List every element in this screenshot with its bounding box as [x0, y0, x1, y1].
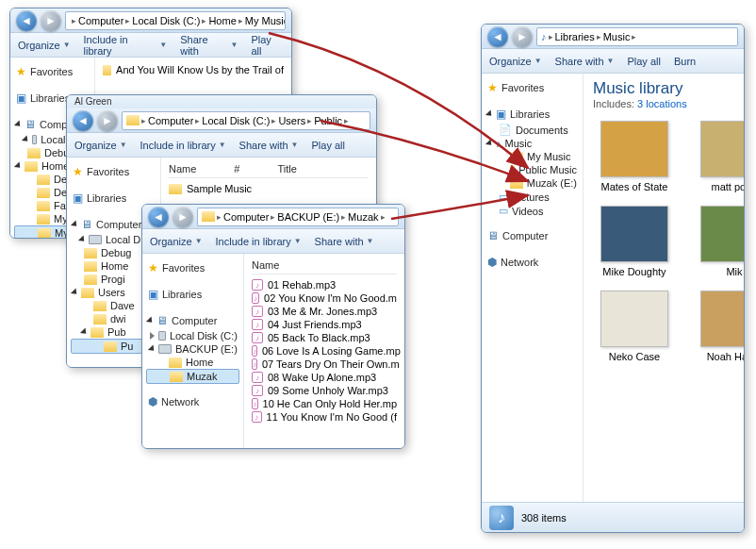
album-thumb[interactable]: Mates of State [593, 121, 676, 192]
album-art [700, 206, 744, 262]
album-thumb[interactable]: Mik [693, 206, 744, 277]
organize-menu[interactable]: Organize▼ [150, 236, 203, 247]
nav-pane[interactable]: ★Favorites ▣Libraries 🖥Computer Local Di… [142, 254, 244, 448]
back-button[interactable]: ◄ [73, 110, 93, 131]
network-group[interactable]: ⬢Network [146, 393, 239, 410]
album-thumb[interactable]: Neko Case [593, 291, 676, 362]
tree-item[interactable]: BACKUP (E:) [146, 342, 239, 356]
play-all-button[interactable]: Play all [627, 56, 660, 67]
address-bar[interactable]: ▸Computer ▸BACKUP (E:) ▸Muzak ▸ [197, 208, 399, 226]
folder-icon [90, 327, 104, 338]
play-all-button[interactable]: Play all [251, 34, 284, 57]
organize-menu[interactable]: Organize▼ [74, 140, 127, 151]
tree-item-selected[interactable]: Muzak [146, 369, 239, 384]
forward-button[interactable]: ► [41, 10, 61, 31]
list-item[interactable]: ♪09 Some Unholy War.mp3 [252, 384, 397, 397]
address-bar[interactable]: ▸Computer ▸Local Disk (C:) ▸Home ▸My Mus… [65, 11, 286, 30]
videos-icon: ▭ [499, 205, 508, 217]
favorites-group[interactable]: ★Favorites [146, 259, 239, 276]
nav-videos[interactable]: ▭Videos [485, 204, 579, 218]
favorites-group[interactable]: ★Favorites [71, 163, 156, 180]
nav-my-music[interactable]: My Music [485, 150, 579, 163]
list-item[interactable]: ♪01 Rehab.mp3 [252, 278, 397, 291]
address-bar[interactable]: ♪ ▸Libraries ▸Music ▸ [536, 27, 738, 46]
crumb[interactable]: My Music [245, 15, 286, 26]
organize-menu[interactable]: Organize▼ [18, 40, 71, 51]
back-button[interactable]: ◄ [148, 207, 169, 227]
forward-button[interactable]: ► [97, 110, 118, 131]
locations-link[interactable]: 3 locations [637, 98, 687, 109]
nav-music[interactable]: ♪Music [485, 137, 579, 150]
drive-icon [32, 135, 37, 144]
forward-button[interactable]: ► [173, 207, 193, 227]
include-library-menu[interactable]: Include in library▼ [216, 236, 302, 247]
crumb[interactable]: Computer [223, 211, 269, 223]
column-headers[interactable]: Name # Title [169, 163, 369, 178]
folder-icon [169, 358, 182, 368]
list-item[interactable]: ♪07 Tears Dry On Their Own.m [252, 358, 397, 371]
list-item[interactable]: ♪05 Back To Black.mp3 [252, 331, 397, 344]
computer-group[interactable]: 🖥Computer [146, 312, 239, 329]
play-all-button[interactable]: Play all [311, 140, 344, 151]
crumb[interactable]: Muzak [348, 211, 378, 223]
toolbar: Organize▼ Include in library▼ Share with… [67, 133, 376, 158]
share-with-menu[interactable]: Share with▼ [239, 140, 299, 151]
list-item[interactable]: ♪08 Wake Up Alone.mp3 [252, 371, 397, 384]
share-with-menu[interactable]: Share with▼ [555, 56, 615, 67]
tree-item[interactable]: Home [146, 356, 239, 369]
list-item[interactable]: ♪11 You Know I'm No Good (f [252, 410, 397, 424]
crumb[interactable]: BACKUP (E:) [277, 211, 339, 223]
crumb[interactable]: Computer [148, 115, 193, 126]
list-item[interactable]: ♪06 Love Is A Losing Game.mp [252, 344, 397, 358]
tree-item[interactable]: Local Disk (C:) [146, 329, 239, 342]
column-header-name[interactable]: Name [252, 259, 397, 274]
favorites-group[interactable]: ★Favorites [485, 79, 579, 96]
album-thumb[interactable]: Noah Harris [693, 291, 744, 362]
address-bar[interactable]: ▸Computer ▸Local Disk (C:) ▸Users ▸Publi… [122, 111, 370, 130]
crumb[interactable]: Users [278, 115, 305, 126]
crumb[interactable]: Local Disk (C:) [132, 15, 200, 26]
list-item[interactable]: And You Will Know Us by the Trail of [103, 63, 284, 76]
nav-pane[interactable]: ★Favorites ▣Libraries 📄Documents ♪Music … [482, 74, 583, 502]
libraries-group[interactable]: ▣Libraries [485, 106, 579, 123]
crumb[interactable]: Computer [78, 15, 123, 26]
album-thumb[interactable]: Mike Doughty [593, 206, 676, 277]
crumb[interactable]: Home [208, 15, 236, 26]
album-label: Neko Case [609, 351, 660, 362]
library-content[interactable]: Music library Includes: 3 locations Mate… [583, 74, 744, 502]
burn-button[interactable]: Burn [674, 56, 696, 67]
back-button[interactable]: ◄ [16, 10, 37, 31]
computer-group[interactable]: 🖥Computer [485, 227, 579, 244]
network-group[interactable]: ⬢Network [485, 254, 579, 271]
nav-documents[interactable]: 📄Documents [485, 123, 579, 137]
back-button[interactable]: ◄ [487, 26, 508, 47]
list-item[interactable]: ♪04 Just Friends.mp3 [252, 318, 397, 331]
album-thumb[interactable]: matt pond [693, 121, 744, 192]
titlebar: ◄ ► ▸Computer ▸BACKUP (E:) ▸Muzak ▸ [142, 205, 404, 229]
libraries-group[interactable]: ▣Libraries [146, 286, 239, 303]
list-item[interactable]: ♪03 Me & Mr. Jones.mp3 [252, 305, 397, 318]
explorer-window-3[interactable]: ◄ ► ▸Computer ▸BACKUP (E:) ▸Muzak ▸ Orga… [141, 204, 405, 449]
crumb[interactable]: Local Disk (C:) [202, 115, 270, 126]
share-with-menu[interactable]: Share with▼ [315, 236, 374, 247]
nav-pictures[interactable]: ▭Pictures [485, 190, 579, 204]
music-note-icon: ♪ [489, 506, 514, 530]
library-window[interactable]: ◄ ► ♪ ▸Libraries ▸Music ▸ Organize▼ Shar… [481, 24, 745, 533]
crumb[interactable]: Music [603, 31, 631, 42]
nav-muzak[interactable]: Muzak (E:) [485, 176, 579, 190]
crumb[interactable]: Libraries [555, 31, 595, 42]
share-with-menu[interactable]: Share with▼ [180, 34, 238, 57]
list-item[interactable]: ♪02 You Know I'm No Good.m [252, 291, 397, 305]
crumb[interactable]: Public [314, 115, 342, 126]
forward-button[interactable]: ► [512, 26, 533, 47]
list-item[interactable]: Sample Music [169, 182, 369, 195]
list-item[interactable]: ♪10 He Can Only Hold Her.mp [252, 397, 397, 410]
include-library-menu[interactable]: Include in library▼ [84, 34, 168, 57]
include-library-menu[interactable]: Include in library▼ [140, 140, 226, 151]
folder-icon [37, 214, 50, 225]
favorites-group[interactable]: ★Favorites [14, 63, 90, 80]
content-pane[interactable]: Name ♪01 Rehab.mp3♪02 You Know I'm No Go… [244, 254, 404, 448]
organize-menu[interactable]: Organize▼ [489, 56, 542, 67]
album-label: Mike Doughty [602, 266, 666, 277]
nav-public-music[interactable]: Public Music [485, 163, 579, 176]
